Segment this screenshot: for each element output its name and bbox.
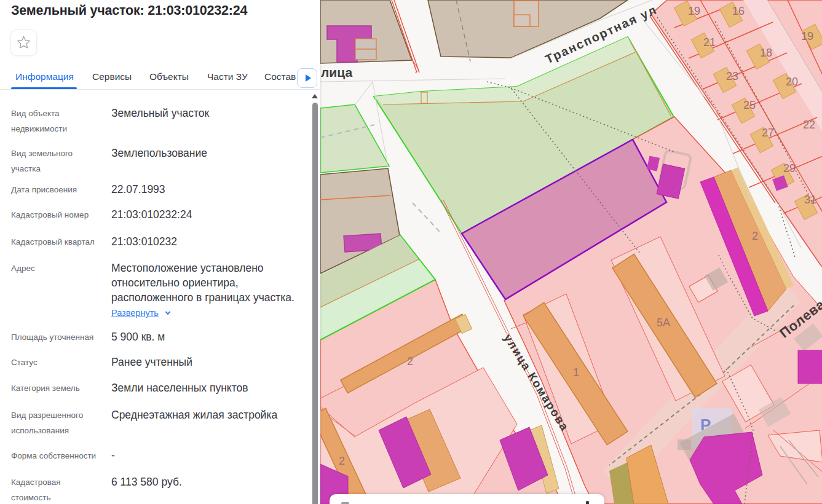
svg-text:1: 1 <box>573 366 579 379</box>
svg-text:18: 18 <box>760 47 772 59</box>
svg-text:23: 23 <box>726 70 738 82</box>
svg-text:2: 2 <box>339 455 345 467</box>
svg-text:21: 21 <box>703 36 716 49</box>
svg-text:2: 2 <box>752 230 758 242</box>
svg-text:2: 2 <box>407 355 413 368</box>
svg-text:5А: 5А <box>657 317 670 329</box>
svg-text:22: 22 <box>803 119 815 131</box>
svg-text:19: 19 <box>688 5 700 17</box>
svg-text:27: 27 <box>762 127 774 139</box>
svg-text:16: 16 <box>732 5 745 17</box>
svg-text:Р: Р <box>700 415 711 434</box>
svg-text:лица: лица <box>321 65 352 79</box>
svg-text:19: 19 <box>801 30 813 42</box>
svg-text:25: 25 <box>743 99 756 111</box>
svg-text:31: 31 <box>804 194 816 206</box>
svg-text:20: 20 <box>786 76 798 88</box>
svg-text:29: 29 <box>783 162 796 175</box>
